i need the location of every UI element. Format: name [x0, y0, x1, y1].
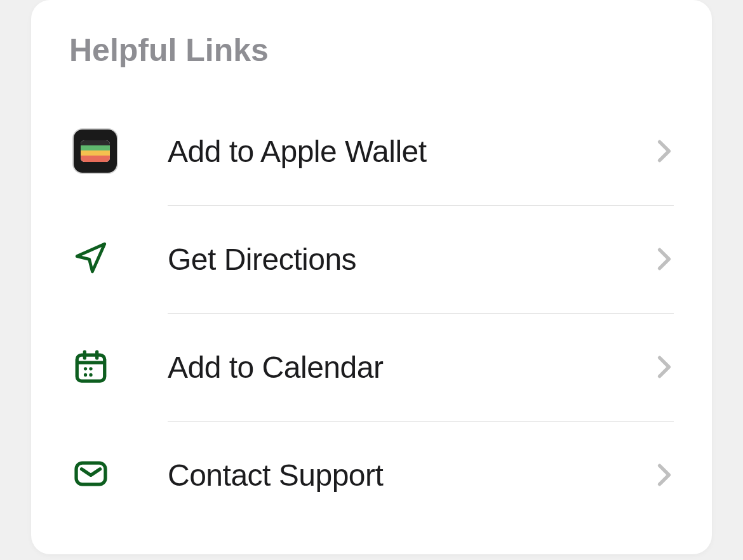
svg-point-4 — [89, 373, 92, 377]
svg-point-1 — [84, 367, 87, 370]
add-to-calendar-row[interactable]: Add to Calendar — [69, 313, 674, 421]
helpful-links-card: Helpful Links Add to Apple Wallet — [31, 0, 712, 554]
wallet-icon — [72, 128, 118, 174]
add-to-wallet-label: Add to Apple Wallet — [168, 134, 655, 169]
chevron-right-icon — [655, 136, 674, 166]
mail-icon — [72, 455, 109, 495]
get-directions-label: Get Directions — [168, 242, 655, 277]
add-to-wallet-row[interactable]: Add to Apple Wallet — [69, 97, 674, 205]
section-title: Helpful Links — [69, 32, 674, 69]
chevron-right-icon — [655, 352, 674, 382]
svg-point-2 — [89, 367, 92, 370]
calendar-icon — [72, 347, 109, 387]
navigation-arrow-icon — [72, 239, 109, 279]
contact-support-row[interactable]: Contact Support — [69, 421, 674, 529]
chevron-right-icon — [655, 460, 674, 490]
links-list: Add to Apple Wallet Get Directions — [69, 97, 674, 529]
svg-point-3 — [84, 373, 87, 377]
chevron-right-icon — [655, 244, 674, 274]
contact-support-label: Contact Support — [168, 458, 655, 493]
add-to-calendar-label: Add to Calendar — [168, 350, 655, 385]
get-directions-row[interactable]: Get Directions — [69, 205, 674, 313]
